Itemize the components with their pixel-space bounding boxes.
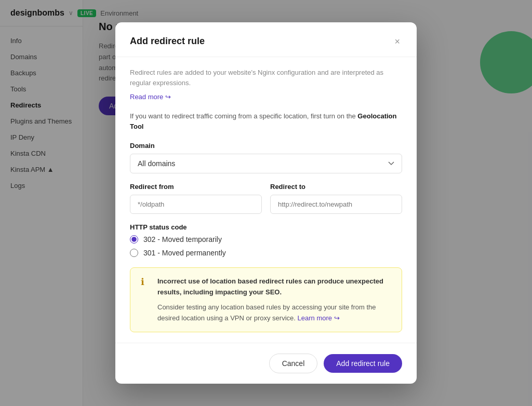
- radio-301[interactable]: 301 - Moved permanently: [130, 249, 402, 257]
- warning-text-bold: Incorrect use of location based redirect…: [157, 276, 391, 298]
- warning-box: ℹ Incorrect use of location based redire…: [130, 267, 402, 332]
- radio-301-label: 301 - Moved permanently: [143, 249, 226, 257]
- modal-body: Redirect rules are added to your website…: [115, 57, 417, 343]
- http-status-radio-group: 302 - Moved temporarily 301 - Moved perm…: [130, 235, 402, 257]
- domain-label: Domain: [130, 142, 402, 150]
- redirect-from-label: Redirect from: [130, 183, 262, 191]
- radio-302[interactable]: 302 - Moved temporarily: [130, 235, 402, 243]
- read-more-link[interactable]: Read more ↪: [130, 93, 171, 101]
- radio-302-label: 302 - Moved temporarily: [143, 235, 222, 243]
- radio-301-input[interactable]: [130, 249, 138, 257]
- redirect-to-group: Redirect to: [270, 183, 402, 214]
- modal-close-button[interactable]: ×: [392, 35, 402, 48]
- geolocation-notice: If you want to redirect traffic coming f…: [130, 111, 402, 131]
- warning-text-normal: Consider testing any location based rule…: [157, 302, 391, 324]
- modal-header: Add redirect rule ×: [115, 22, 417, 57]
- redirect-from-input[interactable]: [130, 195, 262, 214]
- redirect-from-group: Redirect from: [130, 183, 262, 214]
- radio-302-input[interactable]: [130, 235, 138, 243]
- modal-footer: Cancel Add redirect rule: [115, 343, 417, 384]
- http-status-group: HTTP status code 302 - Moved temporarily…: [130, 223, 402, 257]
- warning-icon: ℹ: [141, 276, 151, 287]
- domain-select[interactable]: All domains: [130, 154, 402, 173]
- redirect-to-input[interactable]: [270, 195, 402, 214]
- add-redirect-modal: Add redirect rule × Redirect rules are a…: [115, 22, 417, 384]
- warning-learn-more-link[interactable]: Learn more ↪: [298, 314, 340, 322]
- warning-link-icon: ↪: [334, 314, 340, 322]
- domain-field-group: Domain All domains: [130, 142, 402, 173]
- add-redirect-rule-button[interactable]: Add redirect rule: [324, 354, 402, 373]
- redirect-fields-row: Redirect from Redirect to: [130, 183, 402, 223]
- cancel-button[interactable]: Cancel: [269, 354, 318, 373]
- warning-content: Incorrect use of location based redirect…: [157, 276, 391, 323]
- modal-overlay: Add redirect rule × Redirect rules are a…: [0, 0, 532, 406]
- read-more-icon: ↪: [165, 93, 171, 101]
- http-status-label: HTTP status code: [130, 223, 402, 231]
- modal-info-text: Redirect rules are added to your website…: [130, 67, 402, 89]
- modal-title: Add redirect rule: [130, 36, 205, 47]
- redirect-to-label: Redirect to: [270, 183, 402, 191]
